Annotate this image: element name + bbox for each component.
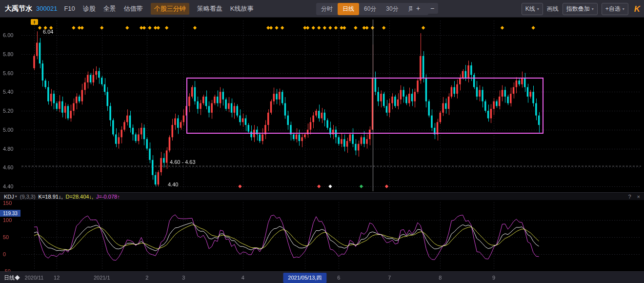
date-label[interactable]: 2020/11 bbox=[25, 275, 44, 281]
stock-code[interactable]: 300021 bbox=[36, 5, 57, 12]
stock-name: 大禹节水 bbox=[5, 4, 32, 13]
close-icon[interactable]: × bbox=[637, 194, 640, 200]
kdj-j-value: J=-0.078↑ bbox=[96, 194, 120, 200]
kdj-header-actions: ? × bbox=[628, 194, 640, 200]
bottom-axis-bar: 日线◆ 2020/11122021/12342021/05/13,四6789 bbox=[0, 271, 644, 283]
kdj-params: (9,3,3) bbox=[20, 194, 36, 200]
toolbar-item-0[interactable]: F10 bbox=[64, 5, 75, 12]
zoom-out-button[interactable]: − bbox=[426, 3, 438, 14]
period-tab-group: 分时日线60分30分周线▾ bbox=[316, 3, 428, 15]
toolbar-right-button-0[interactable]: K线▾ bbox=[522, 3, 543, 15]
chevron-down-icon: ▾ bbox=[623, 7, 624, 11]
app-window: 大禹节水 300021 F10诊股全景估值带个股三分钟策略看盘K线故事 分时日线… bbox=[0, 0, 644, 283]
chevron-down-icon: ▾ bbox=[15, 194, 17, 199]
toolbar-item-1[interactable]: 诊股 bbox=[83, 4, 96, 13]
chevron-down-icon: ▾ bbox=[592, 7, 594, 11]
chevron-down-icon: ▾ bbox=[537, 7, 539, 11]
toolbar-item-6[interactable]: K线故事 bbox=[230, 4, 254, 13]
toolbar-right-button-1[interactable]: 画线 bbox=[547, 5, 559, 13]
toolbar-item-5[interactable]: 策略看盘 bbox=[197, 4, 222, 13]
period-tab-2[interactable]: 60分 bbox=[359, 3, 381, 15]
help-icon[interactable]: ? bbox=[628, 194, 631, 200]
top-toolbar: 大禹节水 300021 F10诊股全景估值带个股三分钟策略看盘K线故事 分时日线… bbox=[0, 0, 644, 18]
app-logo: K bbox=[634, 4, 640, 14]
date-label[interactable]: 2 bbox=[145, 275, 148, 281]
user-drawn-rectangle[interactable] bbox=[186, 78, 543, 133]
date-label[interactable]: 7 bbox=[388, 275, 391, 281]
kdj-header: KDJ ▾ (9,3,3) K=18.91↓, D=28.404↓, J=-0.… bbox=[0, 192, 644, 200]
date-label[interactable]: 2021/1 bbox=[94, 275, 110, 281]
date-label[interactable]: 9 bbox=[492, 275, 495, 281]
toolbar-right-button-2[interactable]: 指数叠加▾ bbox=[563, 3, 598, 15]
kdj-label: KDJ bbox=[4, 194, 14, 200]
zoom-group: + − bbox=[412, 3, 438, 14]
toolbar-item-3[interactable]: 估值带 bbox=[124, 4, 143, 13]
kdj-chart[interactable] bbox=[0, 200, 644, 271]
date-label[interactable]: 4 bbox=[242, 275, 244, 281]
kdj-k-value: K=18.91↓, bbox=[39, 194, 63, 200]
zoom-in-button[interactable]: + bbox=[412, 3, 424, 14]
period-tab-0[interactable]: 分时 bbox=[316, 3, 338, 15]
date-label-selected[interactable]: 2021/05/13,四 bbox=[283, 273, 326, 283]
period-tab-1[interactable]: 日线 bbox=[338, 3, 359, 15]
toolbar-right-button-3[interactable]: +自选▾ bbox=[602, 3, 628, 15]
toolbar-menu: F10诊股全景估值带个股三分钟策略看盘K线故事 bbox=[64, 3, 261, 15]
date-label[interactable]: 8 bbox=[439, 275, 442, 281]
period-tab-3[interactable]: 30分 bbox=[381, 3, 403, 15]
toolbar-item-2[interactable]: 全景 bbox=[103, 4, 116, 13]
toolbar-item-4[interactable]: 个股三分钟 bbox=[151, 3, 189, 15]
period-indicator: 日线◆ bbox=[4, 274, 20, 282]
toolbar-right-group: K线▾画线指数叠加▾+自选▾K bbox=[522, 3, 640, 15]
date-label[interactable]: 6 bbox=[337, 275, 340, 281]
date-label[interactable]: 3 bbox=[182, 275, 185, 281]
date-label[interactable]: 12 bbox=[54, 275, 60, 281]
kdj-d-value: D=28.404↓, bbox=[65, 194, 93, 200]
kdj-indicator-selector[interactable]: KDJ ▾ bbox=[4, 194, 17, 200]
